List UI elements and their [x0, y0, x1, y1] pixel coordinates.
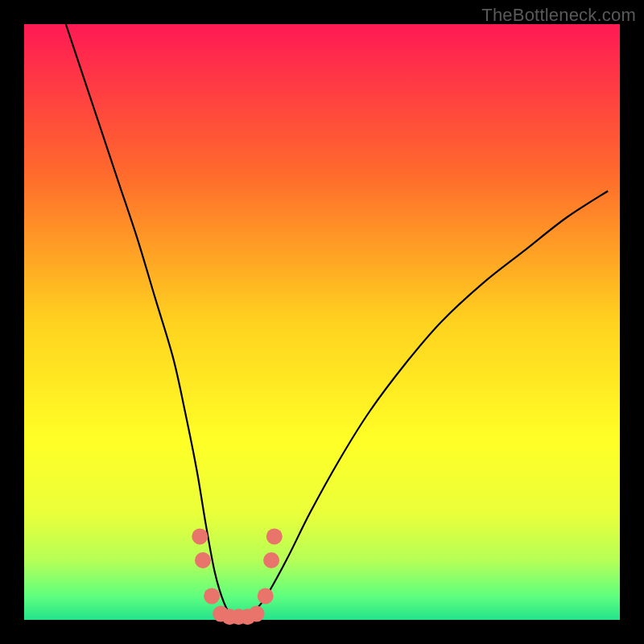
marker-dot	[195, 552, 211, 568]
marker-dot	[258, 588, 274, 604]
bottleneck-chart	[0, 0, 644, 644]
plot-background	[24, 24, 620, 620]
marker-dot	[249, 606, 265, 622]
attribution-label: TheBottleneck.com	[481, 5, 636, 26]
marker-dot	[263, 552, 279, 568]
marker-dot	[204, 588, 220, 604]
marker-dot	[266, 528, 283, 544]
chart-stage: TheBottleneck.com	[0, 0, 644, 644]
marker-dot	[192, 528, 208, 544]
